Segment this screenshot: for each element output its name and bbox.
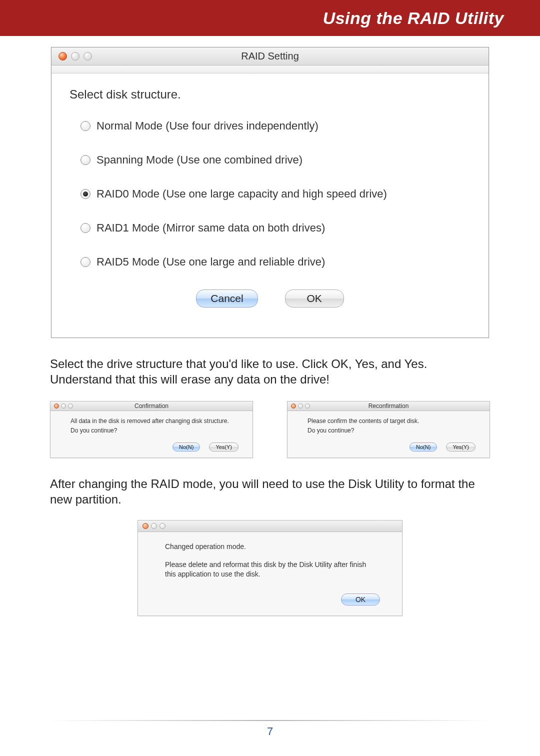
dialog-text: Please confirm the contents of target di…	[308, 417, 478, 425]
option-raid0-mode[interactable]: RAID0 Mode (Use one large capacity and h…	[80, 188, 470, 200]
dialog-question: Do you continue?	[308, 426, 478, 434]
dialog-titlebar: Reconfirmation	[288, 402, 490, 411]
dialog-body: All data in the disk is removed after ch…	[50, 411, 252, 440]
completion-dialog: Changed operation mode. Please delete an…	[138, 520, 402, 616]
dialog-body: Changed operation mode. Please delete an…	[138, 532, 402, 584]
button-row: Cancel OK	[70, 290, 470, 308]
instruction-paragraph-2: After changing the RAID mode, you will n…	[50, 476, 490, 507]
toolbar-divider	[52, 66, 488, 74]
radio-icon[interactable]	[80, 257, 90, 267]
option-label: RAID0 Mode (Use one large capacity and h…	[96, 188, 387, 200]
dialog-text: All data in the disk is removed after ch…	[70, 417, 240, 425]
dialog-buttons: No(N) Yes(Y)	[288, 440, 490, 458]
dialog-text-1: Changed operation mode.	[165, 542, 375, 552]
window-titlebar: RAID Setting	[52, 48, 488, 66]
close-icon[interactable]	[142, 523, 148, 529]
option-label: Normal Mode (Use four drives independent…	[96, 120, 318, 132]
option-raid5-mode[interactable]: RAID5 Mode (Use one large and reliable d…	[80, 256, 470, 268]
option-label: Spanning Mode (Use one combined drive)	[96, 154, 302, 166]
radio-icon[interactable]	[80, 189, 90, 199]
no-button[interactable]: No(N)	[172, 442, 200, 452]
traffic-lights	[142, 523, 166, 529]
disk-structure-options: Normal Mode (Use four drives independent…	[70, 120, 470, 268]
dialog-titlebar	[138, 520, 402, 532]
minimize-icon[interactable]	[151, 523, 157, 529]
window-body: Select disk structure. Normal Mode (Use …	[52, 74, 488, 338]
final-dialog-wrap: Changed operation mode. Please delete an…	[0, 520, 540, 616]
instruction-paragraph-1: Select the drive structure that you'd li…	[50, 356, 490, 387]
reconfirmation-dialog: Reconfirmation Please confirm the conten…	[287, 401, 490, 458]
footer-divider	[48, 720, 492, 721]
cancel-button[interactable]: Cancel	[196, 290, 258, 308]
dialog-text-2: Please delete and reformat this disk by …	[165, 560, 375, 580]
dialog-title: Reconfirmation	[288, 402, 490, 410]
dialog-titlebar: Confirmation	[50, 402, 252, 411]
dialog-buttons: OK	[138, 584, 402, 616]
option-label: RAID1 Mode (Mirror same data on both dri…	[96, 222, 325, 234]
page-number: 7	[0, 725, 540, 738]
page-title: Using the RAID Utility	[323, 8, 504, 28]
yes-button[interactable]: Yes(Y)	[209, 442, 238, 452]
option-raid1-mode[interactable]: RAID1 Mode (Mirror same data on both dri…	[80, 222, 470, 234]
dialog-title: Confirmation	[50, 402, 252, 410]
ok-button[interactable]: OK	[341, 594, 380, 606]
instruction-label: Select disk structure.	[70, 88, 470, 102]
page-header: Using the RAID Utility	[0, 0, 540, 36]
radio-icon[interactable]	[80, 155, 90, 165]
raid-setting-window: RAID Setting Select disk structure. Norm…	[51, 47, 489, 338]
no-button[interactable]: No(N)	[410, 442, 437, 452]
ok-button[interactable]: OK	[285, 290, 344, 308]
dialog-question: Do you continue?	[70, 426, 240, 434]
zoom-icon[interactable]	[160, 523, 166, 529]
window-title: RAID Setting	[52, 50, 488, 62]
option-normal-mode[interactable]: Normal Mode (Use four drives independent…	[80, 120, 470, 132]
dialog-body: Please confirm the contents of target di…	[288, 411, 490, 440]
option-spanning-mode[interactable]: Spanning Mode (Use one combined drive)	[80, 154, 470, 166]
dialog-row: Confirmation All data in the disk is rem…	[50, 401, 490, 458]
dialog-buttons: No(N) Yes(Y)	[50, 440, 252, 458]
option-label: RAID5 Mode (Use one large and reliable d…	[96, 256, 325, 268]
yes-button[interactable]: Yes(Y)	[446, 442, 476, 452]
radio-icon[interactable]	[80, 223, 90, 233]
confirmation-dialog: Confirmation All data in the disk is rem…	[50, 401, 253, 458]
radio-icon[interactable]	[80, 121, 90, 131]
